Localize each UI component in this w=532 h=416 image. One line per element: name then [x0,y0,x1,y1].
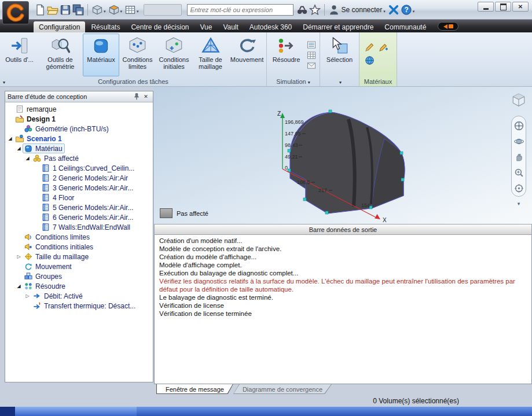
viewport-canvas[interactable]: Z 196,869 147,65 98,43 49,21 0 X 108,5 2… [154,87,532,224]
steering-wheel-button[interactable] [514,121,524,131]
tree-item-mouvement[interactable]: Mouvement [5,262,153,271]
geometry-tools-glyph [50,36,70,56]
tree-item-design-1[interactable]: Design 1 [5,114,153,124]
globe-button[interactable] [365,56,375,65]
list-small-button[interactable] [306,41,317,49]
output-data-bar[interactable]: Barre données de sortie [154,224,532,235]
grid-small-button[interactable] [306,51,317,60]
ribbon-button-outils-de-geometrie[interactable]: Outils de géométrie [38,34,83,76]
expander-icon[interactable] [6,136,14,141]
view-cube-button[interactable] [511,93,526,108]
viewport-3d[interactable]: Z 196,869 147,65 98,43 49,21 0 X 108,5 2… [154,87,532,224]
orbit-button[interactable] [514,137,524,146]
open-file-button[interactable] [47,4,58,16]
model-3d[interactable] [288,110,405,214]
tab-centre-de-decision[interactable]: Centre de décision [126,21,194,32]
navbar-more-button[interactable] [518,197,520,208]
ribbon-button-materiaux[interactable]: Matériaux [83,34,119,76]
pencil2-button[interactable] [379,42,388,52]
search-input[interactable] [187,4,293,16]
tree-item-1-ceilings-curved-ceilin[interactable]: 1 Ceilings:Curved_Ceilin... [5,163,153,173]
tab-configuration[interactable]: Configuration [34,21,85,32]
close-button[interactable] [512,2,529,12]
favorites-button[interactable] [309,4,321,16]
ribbon-group-label[interactable] [320,76,359,86]
appearance-tool-button[interactable] [108,4,120,16]
ribbon-button-selection[interactable]: Sélection [321,34,358,76]
maximize-button[interactable] [495,2,511,12]
tab-vue[interactable]: Vue [195,21,217,32]
minimize-button[interactable] [478,2,494,12]
pan-hand-button[interactable] [514,152,524,162]
tree-item-4-floor[interactable]: 4 Floor [5,193,153,203]
ribbon-group-label[interactable]: Configuration des tâches [0,76,266,86]
tab-vault[interactable]: Vault [218,21,243,32]
expander-icon[interactable] [15,284,23,289]
tree-item-conditions-limites[interactable]: Conditions limites [5,232,153,242]
tab-fenetre-de-message[interactable]: Fenêtre de message [156,384,233,394]
close-panel-button[interactable] [141,93,151,101]
boundary-conditions-icon [128,36,148,56]
new-file-button[interactable] [34,4,46,16]
ribbon-button-conditions-limites[interactable]: Conditions limites [119,34,156,76]
ribbon-switch-button[interactable] [438,22,458,31]
tree-item-taille-du-maillage[interactable]: Taille du maillage [5,252,153,262]
tab-autodesk-360[interactable]: Autodesk 360 [244,21,297,32]
save-all-button[interactable] [72,4,84,16]
groups-icon [24,272,33,281]
tree-item-geometrie-inch-btu-s[interactable]: Géométrie (inch-BTU/s) [5,124,153,134]
app-button[interactable] [2,1,29,24]
dropdown-caret-icon[interactable] [3,78,5,85]
tree-item-debit-active[interactable]: Débit: Activé [5,291,153,301]
zoom-button[interactable] [514,168,524,178]
tree-item-2-generic-models-air-air[interactable]: 2 Generic Models:Air:Air [5,173,153,183]
look-at-button[interactable] [514,183,524,193]
expander-icon[interactable] [24,156,31,161]
tree-item-groupes[interactable]: Groupes [5,271,153,281]
save-button[interactable] [60,4,71,16]
table-tool-button[interactable] [124,4,136,16]
ribbon-button-outils-d[interactable]: Outils d'... [1,34,38,76]
dropdown-caret-icon[interactable] [383,5,386,15]
dropdown-caret-icon[interactable] [413,5,415,15]
sign-in-button[interactable]: Se connecter [342,6,383,14]
tree-item-transfert-thermique-desact[interactable]: Transfert thermique: Désact... [5,301,153,311]
ribbon-button-conditions-initiales[interactable]: Conditions initiales [156,34,192,76]
help-button[interactable]: ? [401,4,412,16]
tree-item-conditions-initiales[interactable]: Conditions initiales [5,242,153,252]
expander-icon[interactable] [15,146,23,151]
ribbon-button-resoudre[interactable]: Résoudre [268,34,304,76]
dropdown-caret-icon[interactable] [104,5,106,15]
pencil-button[interactable] [365,42,375,52]
mail-small-button[interactable] [306,61,317,70]
dropdown-caret-icon[interactable] [137,5,139,15]
tab-diagramme-de-convergence[interactable]: Diagramme de convergence [233,384,332,394]
dropdown-caret-icon[interactable] [120,5,123,15]
tree-item-pas-affecte[interactable]: Pas affecté [5,153,153,163]
tab-demarrer-et-apprendre[interactable]: Démarrer et apprendre [298,21,379,32]
message-window[interactable]: Création d'un modèle natif...Modèle de c… [154,235,532,384]
tree-item-scenario-1[interactable]: Scenario 1 [5,134,153,143]
tree-item-5-generic-models-air-air[interactable]: 5 Generic Models:Air:Air... [5,203,153,212]
tree-item-3-generic-models-air-air[interactable]: 3 Generic Models:Air:Air... [5,183,153,193]
tree-item-6-generic-models-air-air[interactable]: 6 Generic Models:Air:Air... [5,212,153,222]
tab-communaute[interactable]: Communauté [379,21,431,32]
tree-item-resoudre[interactable]: Résoudre [5,281,153,291]
expander-icon[interactable] [15,254,23,259]
tree-item-label: Taille du maillage [35,253,89,261]
model-tool-button[interactable] [91,4,103,16]
find-button[interactable] [296,4,308,16]
ribbon-group-label[interactable]: Simulation [267,76,320,86]
tree-item-materiau[interactable]: Matériau [5,143,153,153]
autodesk-exchange-button[interactable] [388,4,399,16]
expander-icon[interactable] [24,293,31,299]
ribbon-group-label[interactable]: Matériaux [359,76,397,86]
dropdown-caret-icon[interactable] [339,78,342,85]
tab-resultats[interactable]: Résultats [86,21,125,32]
ribbon-button-taille-de-maillage[interactable]: Taille de maillage [192,34,229,76]
tree-item-remarque[interactable]: remarque [5,104,153,114]
ribbon-button-mouvement[interactable]: Mouvement [229,34,265,76]
pin-panel-button[interactable] [132,93,141,101]
tree-item-7-walls-endwall-endwall[interactable]: 7 Walls:EndWall:EndWall [5,222,153,232]
dropdown-caret-icon[interactable] [308,78,310,85]
